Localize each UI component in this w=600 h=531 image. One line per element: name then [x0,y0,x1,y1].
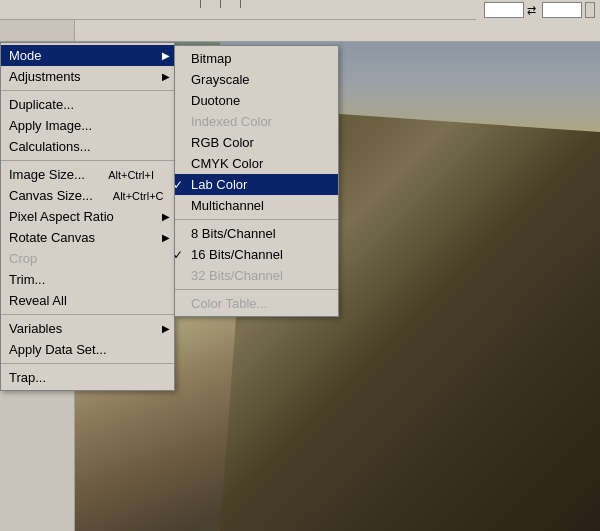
mode-label-cmyk-color: CMYK Color [191,156,263,171]
mode-label-16-bits: 16 Bits/Channel [191,247,283,262]
menu-item-label-reveal-all: Reveal All [9,293,67,308]
menu-container: Mode▶Adjustments▶Duplicate...Apply Image… [0,42,175,391]
menu-item-trim[interactable]: Trim... [1,269,174,290]
menu-item-calculations[interactable]: Calculations... [1,136,174,157]
menu-item-apply-image[interactable]: Apply Image... [1,115,174,136]
swap-icon: ⇄ [527,4,536,17]
menu-item-rotate-canvas[interactable]: Rotate Canvas▶ [1,227,174,248]
mode-label-indexed-color: Indexed Color [191,114,272,129]
submenu-arrow-mode: ▶ [162,50,170,61]
submenu-arrow-adjustments: ▶ [162,71,170,82]
menu-shortcut-canvas-size: Alt+Ctrl+C [113,190,164,202]
ruler-mark-30 [240,0,260,17]
menu-item-label-trap: Trap... [9,370,46,385]
primary-menu: Mode▶Adjustments▶Duplicate...Apply Image… [0,42,175,391]
height-input[interactable] [542,2,582,18]
menu-item-label-mode: Mode [9,48,42,63]
mode-label-grayscale: Grayscale [191,72,250,87]
mode-label-32-bits: 32 Bits/Channel [191,268,283,283]
mode-item-duotone[interactable]: Duotone [175,90,338,111]
ruler-mark-25 [220,0,240,17]
submenu-arrow-rotate-canvas: ▶ [162,232,170,243]
menu-item-pixel-aspect[interactable]: Pixel Aspect Ratio▶ [1,206,174,227]
mode-label-8-bits: 8 Bits/Channel [191,226,276,241]
mode-separator-after-32-bits [175,289,338,290]
menu-item-label-apply-image: Apply Image... [9,118,92,133]
menu-item-label-calculations: Calculations... [9,139,91,154]
menu-item-variables[interactable]: Variables▶ [1,318,174,339]
menu-item-label-image-size: Image Size... [9,167,85,182]
menu-separator-after-adjustments [1,90,174,91]
check-mark-16-bits: ✓ [173,248,183,262]
menu-item-adjustments[interactable]: Adjustments▶ [1,66,174,87]
menu-item-reveal-all[interactable]: Reveal All [1,290,174,311]
menu-item-label-duplicate: Duplicate... [9,97,74,112]
ruler-marks [200,0,260,19]
submenu-arrow-pixel-aspect: ▶ [162,211,170,222]
menu-item-label-canvas-size: Canvas Size... [9,188,93,203]
mode-item-8-bits[interactable]: 8 Bits/Channel [175,223,338,244]
menu-separator-after-calculations [1,160,174,161]
mode-label-duotone: Duotone [191,93,240,108]
mode-item-rgb-color[interactable]: RGB Color [175,132,338,153]
mode-label-lab-color: Lab Color [191,177,247,192]
menu-item-label-trim: Trim... [9,272,45,287]
menu-item-label-rotate-canvas: Rotate Canvas [9,230,95,245]
menu-item-label-crop: Crop [9,251,37,266]
mode-separator-after-multichannel [175,219,338,220]
mode-item-indexed-color[interactable]: Indexed Color [175,111,338,132]
mode-item-bitmap[interactable]: Bitmap [175,48,338,69]
menu-item-crop[interactable]: Crop [1,248,174,269]
mode-label-rgb-color: RGB Color [191,135,254,150]
menu-item-label-adjustments: Adjustments [9,69,81,84]
menu-shortcut-image-size: Alt+Ctrl+I [108,169,154,181]
ruler-mark-20 [200,0,220,17]
ruler-top: ⇄ [0,0,600,20]
reset-button[interactable] [585,2,595,18]
menu-bar [0,20,600,42]
menu-separator-after-reveal-all [1,314,174,315]
menu-item-canvas-size[interactable]: Canvas Size...Alt+Ctrl+C [1,185,174,206]
mode-item-color-table[interactable]: Color Table... [175,293,338,314]
mode-label-color-table: Color Table... [191,296,267,311]
mode-item-cmyk-color[interactable]: CMYK Color [175,153,338,174]
mode-label-multichannel: Multichannel [191,198,264,213]
menu-item-duplicate[interactable]: Duplicate... [1,94,174,115]
mode-item-multichannel[interactable]: Multichannel [175,195,338,216]
menu-item-mode[interactable]: Mode▶ [1,45,174,66]
check-mark-lab-color: ✓ [173,178,183,192]
mode-item-grayscale[interactable]: Grayscale [175,69,338,90]
mode-label-bitmap: Bitmap [191,51,231,66]
mode-submenu: BitmapGrayscaleDuotoneIndexed ColorRGB C… [174,45,339,317]
menu-item-trap[interactable]: Trap... [1,367,174,388]
mode-item-32-bits[interactable]: 32 Bits/Channel [175,265,338,286]
menu-separator-after-apply-data [1,363,174,364]
mode-item-16-bits[interactable]: ✓16 Bits/Channel [175,244,338,265]
menu-item-image-size[interactable]: Image Size...Alt+Ctrl+I [1,164,174,185]
menu-item-label-apply-data: Apply Data Set... [9,342,107,357]
submenu-arrow-variables: ▶ [162,323,170,334]
mode-item-lab-color[interactable]: ✓Lab Color [175,174,338,195]
menu-item-label-pixel-aspect: Pixel Aspect Ratio [9,209,114,224]
menu-item-label-variables: Variables [9,321,62,336]
width-input[interactable] [484,2,524,18]
menu-item-apply-data[interactable]: Apply Data Set... [1,339,174,360]
